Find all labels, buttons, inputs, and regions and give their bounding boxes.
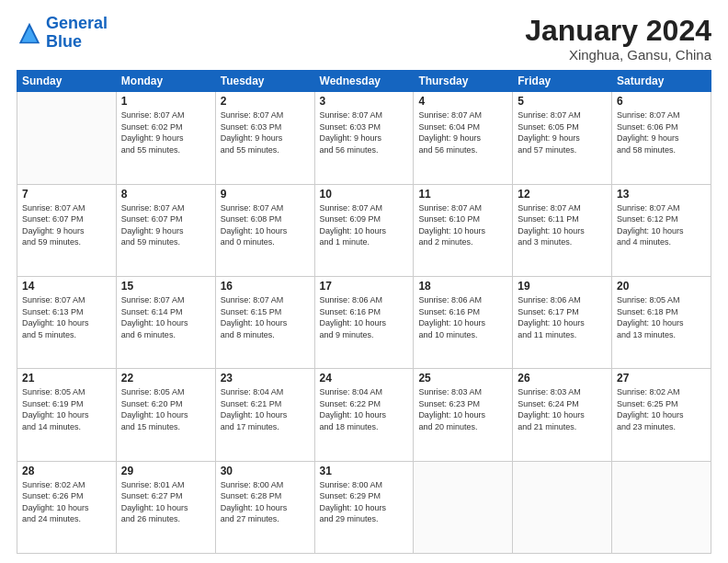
calendar-cell: 2Sunrise: 8:07 AM Sunset: 6:03 PM Daylig… xyxy=(215,92,314,184)
calendar-cell: 29Sunrise: 8:01 AM Sunset: 6:27 PM Dayli… xyxy=(116,461,215,553)
day-info: Sunrise: 8:05 AM Sunset: 6:20 PM Dayligh… xyxy=(121,386,210,432)
calendar-cell xyxy=(513,461,612,553)
logo-general: General xyxy=(46,14,108,32)
day-number: 14 xyxy=(22,280,111,293)
week-row-5: 28Sunrise: 8:02 AM Sunset: 6:26 PM Dayli… xyxy=(17,461,711,553)
day-info: Sunrise: 8:00 AM Sunset: 6:29 PM Dayligh… xyxy=(320,479,409,525)
day-info: Sunrise: 8:00 AM Sunset: 6:28 PM Dayligh… xyxy=(221,479,310,525)
week-row-4: 21Sunrise: 8:05 AM Sunset: 6:19 PM Dayli… xyxy=(17,369,711,461)
day-info: Sunrise: 8:06 AM Sunset: 6:17 PM Dayligh… xyxy=(518,294,607,340)
calendar-cell xyxy=(612,461,711,553)
col-header-monday: Monday xyxy=(116,71,215,92)
calendar-cell: 6Sunrise: 8:07 AM Sunset: 6:06 PM Daylig… xyxy=(612,92,711,184)
calendar-cell: 31Sunrise: 8:00 AM Sunset: 6:29 PM Dayli… xyxy=(314,461,414,553)
day-number: 13 xyxy=(617,188,706,201)
day-info: Sunrise: 8:01 AM Sunset: 6:27 PM Dayligh… xyxy=(121,479,210,525)
col-header-friday: Friday xyxy=(513,71,612,92)
day-info: Sunrise: 8:07 AM Sunset: 6:13 PM Dayligh… xyxy=(22,294,111,340)
header-row: SundayMondayTuesdayWednesdayThursdayFrid… xyxy=(17,71,711,92)
day-number: 22 xyxy=(121,372,210,385)
day-info: Sunrise: 8:07 AM Sunset: 6:10 PM Dayligh… xyxy=(418,202,507,248)
week-row-3: 14Sunrise: 8:07 AM Sunset: 6:13 PM Dayli… xyxy=(17,276,711,368)
col-header-saturday: Saturday xyxy=(612,71,711,92)
title-block: January 2024 Xinghua, Gansu, China xyxy=(525,15,711,63)
day-info: Sunrise: 8:07 AM Sunset: 6:06 PM Dayligh… xyxy=(617,109,706,155)
month-title: January 2024 xyxy=(525,15,711,47)
page: General Blue January 2024 Xinghua, Gansu… xyxy=(0,0,728,563)
day-info: Sunrise: 8:07 AM Sunset: 6:14 PM Dayligh… xyxy=(121,294,210,340)
calendar-cell xyxy=(17,92,117,184)
calendar-cell: 26Sunrise: 8:03 AM Sunset: 6:24 PM Dayli… xyxy=(513,369,612,461)
day-info: Sunrise: 8:05 AM Sunset: 6:19 PM Dayligh… xyxy=(22,386,111,432)
day-number: 10 xyxy=(320,188,409,201)
day-number: 6 xyxy=(617,95,706,108)
calendar-cell: 7Sunrise: 8:07 AM Sunset: 6:07 PM Daylig… xyxy=(17,184,117,276)
header: General Blue January 2024 Xinghua, Gansu… xyxy=(17,15,711,63)
calendar-cell: 22Sunrise: 8:05 AM Sunset: 6:20 PM Dayli… xyxy=(116,369,215,461)
day-info: Sunrise: 8:07 AM Sunset: 6:12 PM Dayligh… xyxy=(617,202,706,248)
day-info: Sunrise: 8:02 AM Sunset: 6:25 PM Dayligh… xyxy=(617,386,706,432)
day-number: 5 xyxy=(518,95,607,108)
day-number: 2 xyxy=(221,95,310,108)
day-number: 15 xyxy=(121,280,210,293)
day-number: 9 xyxy=(221,188,310,201)
col-header-wednesday: Wednesday xyxy=(314,71,414,92)
calendar-cell: 16Sunrise: 8:07 AM Sunset: 6:15 PM Dayli… xyxy=(215,276,314,368)
day-number: 31 xyxy=(320,465,409,477)
week-row-2: 7Sunrise: 8:07 AM Sunset: 6:07 PM Daylig… xyxy=(17,184,711,276)
day-info: Sunrise: 8:02 AM Sunset: 6:26 PM Dayligh… xyxy=(22,479,111,525)
calendar-cell: 15Sunrise: 8:07 AM Sunset: 6:14 PM Dayli… xyxy=(116,276,215,368)
day-info: Sunrise: 8:07 AM Sunset: 6:02 PM Dayligh… xyxy=(121,109,210,155)
day-number: 8 xyxy=(121,188,210,201)
day-info: Sunrise: 8:07 AM Sunset: 6:15 PM Dayligh… xyxy=(221,294,310,340)
day-number: 28 xyxy=(22,465,111,477)
calendar-cell: 1Sunrise: 8:07 AM Sunset: 6:02 PM Daylig… xyxy=(116,92,215,184)
day-number: 19 xyxy=(518,280,607,293)
day-number: 3 xyxy=(320,95,409,108)
day-info: Sunrise: 8:03 AM Sunset: 6:23 PM Dayligh… xyxy=(418,386,507,432)
day-number: 21 xyxy=(22,372,111,385)
day-number: 11 xyxy=(418,188,507,201)
calendar-cell: 30Sunrise: 8:00 AM Sunset: 6:28 PM Dayli… xyxy=(215,461,314,553)
day-number: 26 xyxy=(518,372,607,385)
calendar-cell: 5Sunrise: 8:07 AM Sunset: 6:05 PM Daylig… xyxy=(513,92,612,184)
calendar-cell: 24Sunrise: 8:04 AM Sunset: 6:22 PM Dayli… xyxy=(314,369,414,461)
calendar-cell: 11Sunrise: 8:07 AM Sunset: 6:10 PM Dayli… xyxy=(414,184,513,276)
day-number: 1 xyxy=(121,95,210,108)
calendar-cell: 18Sunrise: 8:06 AM Sunset: 6:16 PM Dayli… xyxy=(414,276,513,368)
day-info: Sunrise: 8:04 AM Sunset: 6:21 PM Dayligh… xyxy=(221,386,310,432)
calendar-cell: 21Sunrise: 8:05 AM Sunset: 6:19 PM Dayli… xyxy=(17,369,117,461)
day-number: 29 xyxy=(121,465,210,477)
day-number: 4 xyxy=(418,95,507,108)
calendar-cell: 10Sunrise: 8:07 AM Sunset: 6:09 PM Dayli… xyxy=(314,184,414,276)
calendar-cell: 27Sunrise: 8:02 AM Sunset: 6:25 PM Dayli… xyxy=(612,369,711,461)
calendar-cell: 13Sunrise: 8:07 AM Sunset: 6:12 PM Dayli… xyxy=(612,184,711,276)
day-info: Sunrise: 8:07 AM Sunset: 6:04 PM Dayligh… xyxy=(418,109,507,155)
day-number: 24 xyxy=(320,372,409,385)
day-info: Sunrise: 8:07 AM Sunset: 6:07 PM Dayligh… xyxy=(121,202,210,248)
calendar-cell: 23Sunrise: 8:04 AM Sunset: 6:21 PM Dayli… xyxy=(215,369,314,461)
logo-blue: Blue xyxy=(46,32,82,51)
day-number: 20 xyxy=(617,280,706,293)
day-info: Sunrise: 8:07 AM Sunset: 6:03 PM Dayligh… xyxy=(320,109,409,155)
col-header-thursday: Thursday xyxy=(414,71,513,92)
day-number: 30 xyxy=(221,465,310,477)
calendar-cell xyxy=(414,461,513,553)
day-number: 16 xyxy=(221,280,310,293)
calendar-cell: 9Sunrise: 8:07 AM Sunset: 6:08 PM Daylig… xyxy=(215,184,314,276)
calendar-cell: 28Sunrise: 8:02 AM Sunset: 6:26 PM Dayli… xyxy=(17,461,117,553)
calendar-cell: 4Sunrise: 8:07 AM Sunset: 6:04 PM Daylig… xyxy=(414,92,513,184)
day-info: Sunrise: 8:07 AM Sunset: 6:11 PM Dayligh… xyxy=(518,202,607,248)
col-header-sunday: Sunday xyxy=(17,71,117,92)
week-row-1: 1Sunrise: 8:07 AM Sunset: 6:02 PM Daylig… xyxy=(17,92,711,184)
day-info: Sunrise: 8:07 AM Sunset: 6:08 PM Dayligh… xyxy=(221,202,310,248)
calendar-cell: 8Sunrise: 8:07 AM Sunset: 6:07 PM Daylig… xyxy=(116,184,215,276)
day-number: 23 xyxy=(221,372,310,385)
day-info: Sunrise: 8:07 AM Sunset: 6:07 PM Dayligh… xyxy=(22,202,111,248)
day-number: 17 xyxy=(320,280,409,293)
location-subtitle: Xinghua, Gansu, China xyxy=(525,47,711,63)
day-info: Sunrise: 8:05 AM Sunset: 6:18 PM Dayligh… xyxy=(617,294,706,340)
day-info: Sunrise: 8:06 AM Sunset: 6:16 PM Dayligh… xyxy=(320,294,409,340)
day-number: 25 xyxy=(418,372,507,385)
calendar-table: SundayMondayTuesdayWednesdayThursdayFrid… xyxy=(17,70,711,554)
